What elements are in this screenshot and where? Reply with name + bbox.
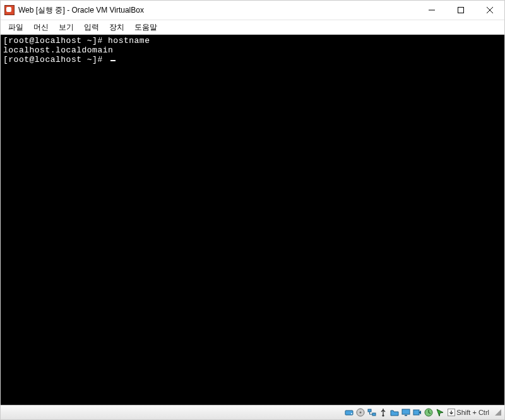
window-title: Web [실행 중] - Oracle VM VirtualBox: [18, 5, 144, 16]
svg-point-2: [351, 413, 352, 414]
menu-input[interactable]: 입력: [79, 21, 104, 34]
terminal-prompt: [root@localhost ~]#: [3, 55, 108, 64]
menu-view[interactable]: 보기: [54, 21, 79, 34]
resize-grip-icon[interactable]: [494, 409, 502, 416]
svg-rect-0: [458, 8, 464, 13]
vm-processes-icon[interactable]: [424, 407, 434, 417]
usb-icon[interactable]: [378, 407, 388, 417]
terminal-line: localhost.localdomain: [3, 45, 502, 55]
display-icon[interactable]: [401, 407, 411, 417]
recording-icon[interactable]: [412, 407, 422, 417]
vm-window: Web [실행 중] - Oracle VM VirtualBox 파일 머신 …: [0, 0, 505, 420]
mouse-integration-icon[interactable]: [435, 407, 445, 417]
svg-rect-10: [413, 410, 419, 415]
optical-drive-icon[interactable]: [355, 407, 365, 417]
svg-point-7: [383, 414, 384, 416]
minimize-button[interactable]: [417, 1, 446, 20]
close-button[interactable]: [475, 1, 504, 20]
statusbar-icons: Shift + Ctrl: [344, 407, 504, 417]
titlebar: Web [실행 중] - Oracle VM VirtualBox: [1, 1, 504, 20]
svg-rect-5: [368, 409, 371, 412]
svg-point-4: [360, 412, 362, 414]
menu-file[interactable]: 파일: [3, 21, 28, 34]
menu-devices[interactable]: 장치: [104, 21, 129, 34]
cursor-icon: [110, 60, 116, 61]
maximize-button[interactable]: [446, 1, 475, 20]
hard-disk-icon[interactable]: [344, 407, 354, 417]
svg-rect-9: [405, 415, 407, 416]
terminal-line: [root@localhost ~]# hostname: [3, 36, 502, 45]
virtualbox-icon: [4, 5, 15, 15]
terminal-line: [root@localhost ~]#: [3, 55, 502, 64]
statusbar: Shift + Ctrl: [1, 405, 504, 419]
menu-help[interactable]: 도움말: [129, 21, 162, 34]
arrow-down-icon: [448, 409, 455, 416]
shared-folders-icon[interactable]: [389, 407, 400, 417]
guest-terminal[interactable]: [root@localhost ~]# hostnamelocalhost.lo…: [1, 35, 504, 405]
svg-rect-6: [372, 413, 376, 416]
host-key-indicator[interactable]: Shift + Ctrl: [446, 409, 492, 416]
menu-machine[interactable]: 머신: [28, 21, 54, 34]
svg-rect-8: [402, 409, 410, 414]
network-icon[interactable]: [367, 407, 377, 417]
host-key-label: Shift + Ctrl: [456, 409, 489, 416]
menubar: 파일 머신 보기 입력 장치 도움말: [1, 20, 504, 35]
